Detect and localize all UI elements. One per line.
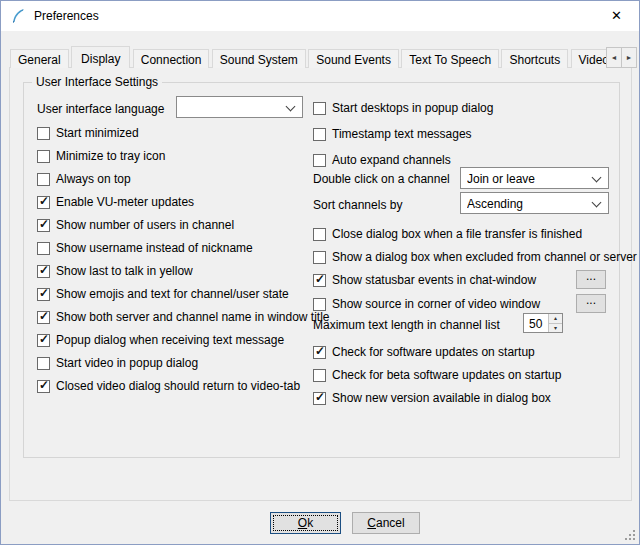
arrow-up-icon: ▴ <box>554 315 557 321</box>
tab-text-to-speech[interactable]: Text To Speech <box>401 49 499 68</box>
check-icon: ✓ <box>39 217 49 231</box>
tab-scroll-right-button[interactable]: ► <box>621 47 637 68</box>
checkbox-label: Popup dialog when receiving text message <box>56 333 284 347</box>
cancel-button[interactable]: Cancel <box>352 512 420 534</box>
check-icon: ✓ <box>39 263 49 277</box>
checkbox-emojis-text-state[interactable]: ✓ Show emojis and text for channel/user … <box>37 286 289 302</box>
checkbox-video-source-corner[interactable]: ✓ Show source in corner of video window <box>313 296 540 312</box>
checkbox-label: Show a dialog box when excluded from cha… <box>332 250 637 264</box>
spinner-up-button[interactable]: ▴ <box>549 314 562 324</box>
checkbox-vu-meter-updates[interactable]: ✓ Enable VU-meter updates <box>37 194 194 210</box>
checkbox-timestamp-messages[interactable]: ✓ Timestamp text messages <box>313 126 472 142</box>
checkbox-box: ✓ <box>313 154 326 167</box>
checkbox-closed-video-return-tab[interactable]: ✓ Closed video dialog should return to v… <box>37 378 300 394</box>
checkbox-popup-text-message[interactable]: ✓ Popup dialog when receiving text messa… <box>37 332 284 348</box>
checkbox-close-filetransfer-dialog[interactable]: ✓ Close dialog box when a file transfer … <box>313 226 582 242</box>
checkbox-label: Show number of users in channel <box>56 218 234 232</box>
checkbox-box: ✓ <box>37 242 50 255</box>
statusbar-events-browse-button[interactable]: ... <box>576 270 606 289</box>
check-icon: ✓ <box>39 378 49 392</box>
tab-display[interactable]: Display <box>71 46 130 68</box>
tab-sound-events[interactable]: Sound Events <box>308 49 399 68</box>
tab-shortcuts[interactable]: Shortcuts <box>501 49 568 68</box>
checkbox-box: ✓ <box>313 346 326 359</box>
checkbox-label: Show username instead of nickname <box>56 241 253 255</box>
ok-button-label: Ok <box>271 513 340 533</box>
max-text-length-spinbox[interactable]: 50 ▴ ▾ <box>523 313 563 333</box>
language-label: User interface language <box>37 102 164 116</box>
checkbox-box: ✓ <box>37 196 50 209</box>
ok-button[interactable]: Ok <box>270 512 341 534</box>
checkbox-last-talk-yellow[interactable]: ✓ Show last to talk in yellow <box>37 263 193 279</box>
close-button[interactable]: ✕ <box>594 1 639 31</box>
checkbox-label: Show new version available in dialog box <box>332 391 551 405</box>
checkbox-box: ✓ <box>37 265 50 278</box>
spinner-buttons: ▴ ▾ <box>548 314 562 332</box>
checkbox-show-user-count[interactable]: ✓ Show number of users in channel <box>37 217 234 233</box>
checkbox-box: ✓ <box>313 392 326 405</box>
checkbox-label: Show statusbar events in chat-window <box>332 273 536 287</box>
window-title: Preferences <box>34 9 99 23</box>
checkbox-label: Always on top <box>56 172 131 186</box>
video-source-browse-button[interactable]: ... <box>576 294 606 313</box>
check-icon: ✓ <box>39 194 49 208</box>
tab-scroller: ◄ ► <box>607 47 637 68</box>
checkbox-label: Show emojis and text for channel/user st… <box>56 287 289 301</box>
language-select[interactable] <box>176 96 303 118</box>
resize-grip-icon[interactable] <box>623 528 636 541</box>
check-icon: ✓ <box>39 332 49 346</box>
checkbox-label: Auto expand channels <box>332 153 451 167</box>
checkbox-label: Start desktops in popup dialog <box>332 101 493 115</box>
checkbox-box: ✓ <box>37 127 50 140</box>
checkbox-box: ✓ <box>37 219 50 232</box>
checkbox-label: Start video in popup dialog <box>56 356 198 370</box>
checkbox-box: ✓ <box>313 298 326 311</box>
checkbox-auto-expand-channels[interactable]: ✓ Auto expand channels <box>313 152 451 168</box>
check-icon: ✓ <box>315 272 325 286</box>
checkbox-box: ✓ <box>313 369 326 382</box>
checkbox-show-username[interactable]: ✓ Show username instead of nickname <box>37 240 253 256</box>
checkbox-label: Start minimized <box>56 126 139 140</box>
arrow-down-icon: ▾ <box>554 325 557 331</box>
checkbox-label: Enable VU-meter updates <box>56 195 194 209</box>
checkbox-check-updates[interactable]: ✓ Check for software updates on startup <box>313 344 535 360</box>
double-click-label: Double click on a channel <box>313 172 450 186</box>
spinner-down-button[interactable]: ▾ <box>549 324 562 333</box>
sort-channels-label: Sort channels by <box>313 198 402 212</box>
checkbox-statusbar-events[interactable]: ✓ Show statusbar events in chat-window <box>313 272 536 288</box>
checkbox-new-version-dialog[interactable]: ✓ Show new version available in dialog b… <box>313 390 551 406</box>
checkbox-excluded-dialog[interactable]: ✓ Show a dialog box when excluded from c… <box>313 249 637 265</box>
checkbox-label: Close dialog box when a file transfer is… <box>332 227 582 241</box>
checkbox-start-minimized[interactable]: ✓ Start minimized <box>37 125 139 141</box>
checkbox-box: ✓ <box>313 251 326 264</box>
tab-general[interactable]: General <box>10 49 69 68</box>
max-text-length-label: Maximum text length in channel list <box>313 318 500 332</box>
close-icon: ✕ <box>611 8 622 23</box>
checkbox-start-video-popup[interactable]: ✓ Start video in popup dialog <box>37 355 198 371</box>
checkbox-check-beta-updates[interactable]: ✓ Check for beta software updates on sta… <box>313 367 561 383</box>
tab-bar: General Display Connection Sound System … <box>10 46 618 68</box>
checkbox-box: ✓ <box>37 288 50 301</box>
preferences-window: Preferences ✕ General Display Connection… <box>0 0 640 545</box>
checkbox-start-desktops-popup[interactable]: ✓ Start desktops in popup dialog <box>313 100 493 116</box>
checkbox-box: ✓ <box>313 228 326 241</box>
checkbox-label: Timestamp text messages <box>332 127 472 141</box>
checkbox-box: ✓ <box>37 334 50 347</box>
group-title: User Interface Settings <box>32 75 162 89</box>
tab-connection[interactable]: Connection <box>133 49 210 68</box>
tab-scroll-left-button[interactable]: ◄ <box>606 47 622 68</box>
double-click-select-value: Join or leave <box>467 172 586 186</box>
checkbox-label: Show source in corner of video window <box>332 297 540 311</box>
checkbox-always-on-top[interactable]: ✓ Always on top <box>37 171 131 187</box>
double-click-select[interactable]: Join or leave <box>460 167 609 189</box>
sort-channels-select[interactable]: Ascending <box>460 192 609 214</box>
checkbox-server-channel-in-title[interactable]: ✓ Show both server and channel name in w… <box>37 309 330 325</box>
checkbox-box: ✓ <box>37 173 50 186</box>
tab-sound-system[interactable]: Sound System <box>212 49 306 68</box>
checkbox-label: Show last to talk in yellow <box>56 264 193 278</box>
chevron-down-icon <box>592 198 602 208</box>
arrow-left-icon: ◄ <box>611 54 618 61</box>
check-icon: ✓ <box>39 309 49 323</box>
chevron-down-icon <box>592 173 602 183</box>
checkbox-minimize-to-tray[interactable]: ✓ Minimize to tray icon <box>37 148 165 164</box>
